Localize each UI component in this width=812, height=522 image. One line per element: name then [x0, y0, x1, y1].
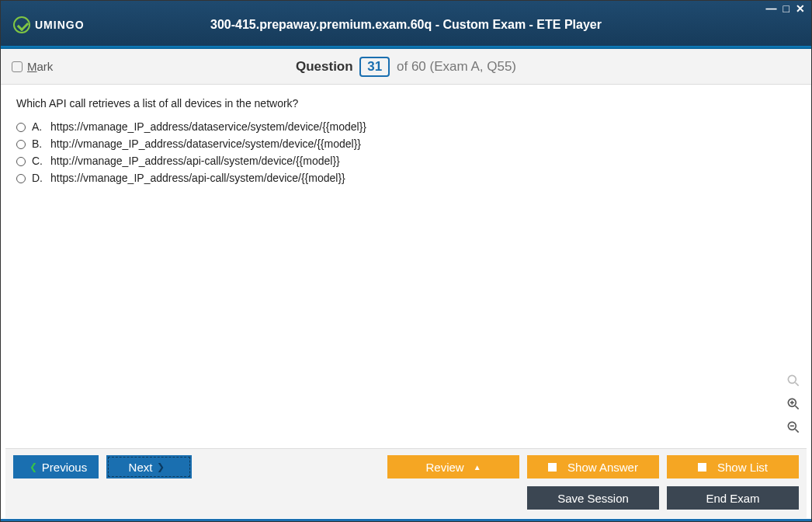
- titlebar: UMINGO 300-415.prepaway.premium.exam.60q…: [1, 1, 811, 49]
- radio-icon[interactable]: [16, 123, 26, 132]
- question-number: 31: [359, 57, 390, 77]
- previous-label: Previous: [42, 461, 87, 474]
- show-answer-button[interactable]: Show Answer: [527, 455, 659, 478]
- minimize-icon[interactable]: —: [766, 2, 777, 15]
- svg-line-3: [796, 406, 799, 409]
- svg-line-7: [796, 430, 799, 433]
- search-icon[interactable]: [785, 372, 802, 389]
- next-button[interactable]: Next ❯: [106, 455, 192, 478]
- show-answer-label: Show Answer: [567, 461, 638, 474]
- window-title: 300-415.prepaway.premium.exam.60q - Cust…: [1, 18, 811, 32]
- maximize-icon[interactable]: □: [783, 2, 789, 15]
- footer: ❮ Previous Next ❯ Review ▲ Show Answer S…: [5, 448, 807, 518]
- svg-line-1: [796, 383, 799, 386]
- chevron-right-icon: ❯: [157, 461, 165, 472]
- option-letter: A.: [32, 120, 44, 133]
- next-label: Next: [129, 461, 153, 474]
- zoom-out-icon[interactable]: [785, 419, 802, 436]
- question-of-text: of 60 (Exam A, Q55): [397, 59, 516, 74]
- window-controls: — □ ✕: [766, 2, 805, 15]
- zoom-in-icon[interactable]: [785, 395, 802, 412]
- chevron-left-icon: ❮: [29, 461, 37, 472]
- option-row[interactable]: D. https://vmanage_IP_address/api-call/s…: [16, 172, 796, 184]
- save-session-button[interactable]: Save Session: [527, 486, 659, 510]
- question-word: Question: [296, 59, 353, 74]
- radio-icon[interactable]: [16, 157, 26, 166]
- radio-icon[interactable]: [16, 174, 26, 183]
- triangle-up-icon: ▲: [474, 463, 481, 472]
- option-row[interactable]: A. https://vmanage_IP_address/dataservic…: [16, 120, 796, 133]
- checkbox-icon: [698, 463, 706, 472]
- show-list-label: Show List: [717, 461, 768, 474]
- review-label: Review: [425, 461, 463, 474]
- end-exam-button[interactable]: End Exam: [667, 486, 799, 510]
- review-button[interactable]: Review ▲: [387, 455, 519, 478]
- save-session-label: Save Session: [557, 492, 629, 505]
- option-row[interactable]: C. http://vmanage_IP_address/api-call/sy…: [16, 155, 796, 167]
- option-text: https://vmanage_IP_address/dataservice/s…: [50, 120, 366, 133]
- close-icon[interactable]: ✕: [796, 2, 805, 15]
- svg-point-0: [788, 375, 796, 383]
- bottom-accent: [1, 519, 811, 521]
- previous-button[interactable]: ❮ Previous: [13, 455, 99, 478]
- end-exam-label: End Exam: [706, 492, 759, 505]
- checkbox-icon: [548, 463, 557, 472]
- option-letter: D.: [32, 172, 44, 184]
- option-row[interactable]: B. http://vmanage_IP_address/dataservice…: [16, 137, 796, 150]
- option-letter: B.: [32, 137, 44, 150]
- question-header: Mark Question 31 of 60 (Exam A, Q55): [1, 49, 811, 85]
- radio-icon[interactable]: [16, 140, 26, 149]
- question-indicator: Question 31 of 60 (Exam A, Q55): [1, 57, 811, 77]
- question-text: Which API call retrieves a list of all d…: [16, 97, 796, 110]
- option-letter: C.: [32, 155, 44, 167]
- show-list-button[interactable]: Show List: [667, 455, 799, 478]
- option-text: http://vmanage_IP_address/dataservice/sy…: [50, 137, 361, 150]
- option-text: http://vmanage_IP_address/api-call/syste…: [50, 155, 340, 167]
- question-content: Which API call retrieves a list of all d…: [5, 88, 807, 445]
- zoom-tools: [785, 372, 802, 436]
- option-text: https://vmanage_IP_address/api-call/syst…: [50, 172, 345, 184]
